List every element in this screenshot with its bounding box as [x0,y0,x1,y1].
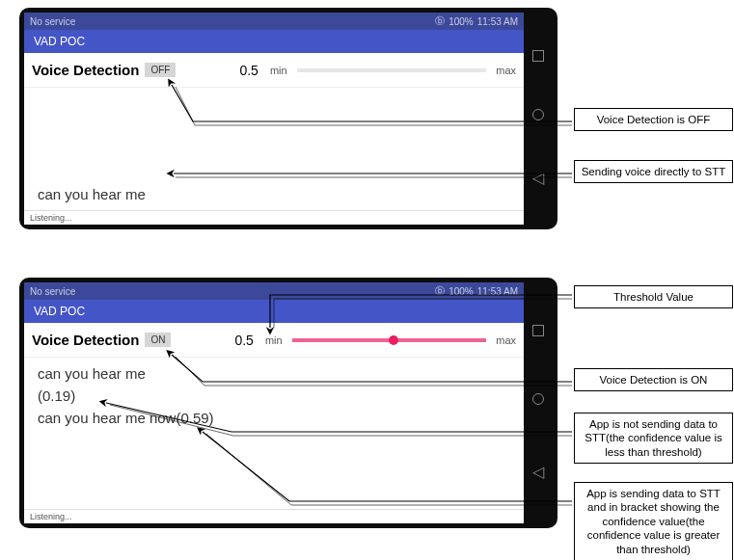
app-title: VAD POC [34,35,85,48]
battery-pct: 100% [449,286,474,297]
status-carrier: No service [30,286,75,297]
phone-frame-off: No service ⓑ 100% 11:53 AM VAD POC Voice… [19,8,557,229]
toggle-on-button[interactable]: ON [145,333,171,347]
min-label: min [270,65,287,76]
app-bar: VAD POC [24,300,524,323]
listening-status: Listening... [24,210,524,225]
recents-icon[interactable] [532,50,544,62]
transcript-area: can you hear me (0.19) can you hear me n… [24,358,524,509]
annot-vd-on: Voice Detection is ON [574,368,733,391]
min-label: min [265,334,283,346]
clock: 11:53 AM [477,286,518,297]
threshold-slider-inactive[interactable] [297,68,487,72]
back-icon[interactable]: ◁ [532,169,544,187]
threshold-value: 0.5 [239,63,258,78]
nav-bar: ◁ [524,282,553,523]
status-right: ⓑ 100% 11:53 AM [435,14,518,28]
app-bar: VAD POC [24,30,524,53]
screen-on: No service ⓑ 100% 11:53 AM VAD POC Voice… [24,282,524,523]
slider-thumb[interactable] [389,335,398,345]
clock: 11:53 AM [477,16,518,27]
voice-detection-label: Voice Detection [32,332,139,348]
status-right: ⓑ 100% 11:53 AM [435,284,518,298]
transcript-with-confidence: can you hear me now(0.59) [38,410,510,426]
max-label: max [496,334,516,346]
section-off: No service ⓑ 100% 11:53 AM VAD POC Voice… [0,8,733,239]
app-title: VAD POC [34,305,85,318]
voice-detection-label: Voice Detection [32,62,139,78]
annot-low-conf: App is not sending data to STT(the confi… [574,413,733,464]
annot-high-conf: App is sending data to STT and in bracke… [574,482,733,560]
status-bar: No service ⓑ 100% 11:53 AM [24,13,524,30]
listening-status: Listening... [24,509,524,523]
nav-bar: ◁ [524,13,553,225]
bluetooth-icon: ⓑ [435,284,445,298]
annot-threshold: Threshold Value [574,285,733,308]
toggle-off-button[interactable]: OFF [145,63,176,77]
annot-direct-stt: Sending voice directly to STT [574,160,733,183]
screen-off: No service ⓑ 100% 11:53 AM VAD POC Voice… [24,13,524,225]
annot-vd-off: Voice Detection is OFF [574,108,733,131]
controls-row: Voice Detection ON 0.5 min max [24,323,524,358]
battery-pct: 100% [449,16,474,27]
confidence-low: (0.19) [38,387,510,404]
max-label: max [496,65,516,76]
home-icon[interactable] [532,109,544,120]
phone-frame-on: No service ⓑ 100% 11:53 AM VAD POC Voice… [19,278,557,528]
bluetooth-icon: ⓑ [435,14,445,28]
transcript-line: can you hear me [38,186,510,202]
home-icon[interactable] [532,393,544,405]
transcript-line: can you hear me [38,365,510,382]
controls-row: Voice Detection OFF 0.5 min max [24,53,524,88]
status-bar: No service ⓑ 100% 11:53 AM [24,282,524,300]
transcript-area: can you hear me [24,88,524,210]
threshold-slider[interactable] [292,338,487,342]
threshold-value: 0.5 [234,333,253,348]
status-carrier: No service [30,16,75,27]
recents-icon[interactable] [532,325,544,336]
section-on: No service ⓑ 100% 11:53 AM VAD POC Voice… [0,278,733,560]
back-icon[interactable]: ◁ [532,463,544,481]
